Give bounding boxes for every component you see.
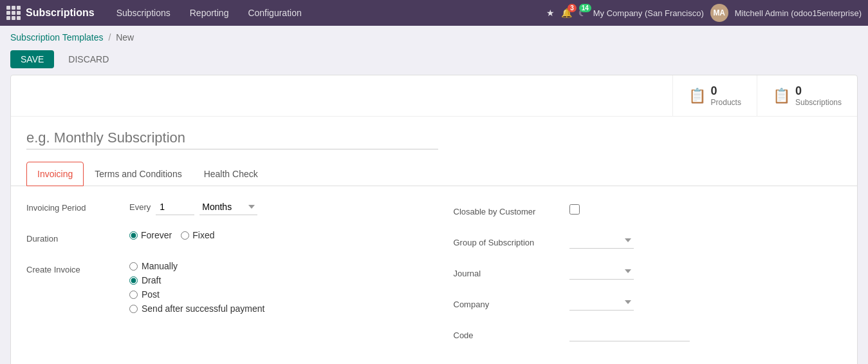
- duration-row: Duration Forever Fixed: [26, 230, 415, 251]
- stat-products[interactable]: 📋 0 Products: [672, 75, 757, 116]
- invoicing-period-row: Invoicing Period Every Months Days Weeks…: [26, 199, 415, 220]
- stats-row: 📋 0 Products 📋 0 Subscriptions: [11, 75, 857, 117]
- breadcrumb-separator: /: [108, 32, 111, 43]
- save-button[interactable]: SAVE: [10, 50, 54, 68]
- code-controls: [569, 325, 842, 341]
- app-name: Subscriptions: [26, 7, 95, 19]
- menu-reporting[interactable]: Reporting: [181, 5, 238, 21]
- products-count: 0: [711, 84, 741, 98]
- create-invoice-row: Create Invoice Manually Draft: [26, 261, 415, 314]
- duration-label: Duration: [26, 230, 129, 244]
- toolbar: SAVE DISCARD: [0, 46, 868, 75]
- breadcrumb-current: New: [116, 32, 134, 43]
- send-after-payment-radio[interactable]: [129, 305, 138, 313]
- app-logo[interactable]: Subscriptions: [6, 6, 95, 20]
- fixed-radio[interactable]: [181, 231, 189, 240]
- discard-button[interactable]: DISCARD: [59, 50, 118, 68]
- journal-label: Journal: [454, 265, 569, 278]
- manually-label: Manually: [142, 261, 178, 271]
- draft-radio[interactable]: [129, 276, 138, 285]
- fixed-label: Fixed: [192, 230, 214, 240]
- tabs-row: Invoicing Terms and Conditions Health Ch…: [11, 161, 857, 186]
- duration-controls: Forever Fixed: [129, 230, 415, 240]
- company-name: My Company (San Francisco): [593, 8, 704, 18]
- journal-select[interactable]: [569, 263, 634, 280]
- create-invoice-controls: Manually Draft Post Send after succ: [129, 261, 415, 314]
- draft-label: Draft: [142, 275, 161, 285]
- user-name: Mitchell Admin (odoo15enterprise): [735, 8, 862, 18]
- updates-button[interactable]: ☾ 14: [578, 8, 587, 18]
- user-avatar[interactable]: MA: [710, 4, 728, 22]
- products-label: Products: [711, 98, 741, 107]
- post-label: Post: [142, 289, 160, 300]
- tab-invoicing[interactable]: Invoicing: [26, 162, 84, 186]
- form-right-col: Closable by Customer Group of Subscripti…: [454, 199, 842, 354]
- menu-configuration[interactable]: Configuration: [239, 5, 310, 21]
- stat-subscriptions[interactable]: 📋 0 Subscriptions: [757, 75, 857, 116]
- company-select[interactable]: [569, 294, 634, 311]
- products-icon: 📋: [688, 88, 706, 104]
- group-label: Group of Subscription: [454, 234, 569, 247]
- subscriptions-count: 0: [795, 84, 842, 98]
- manually-radio-row: Manually: [129, 261, 264, 271]
- post-radio[interactable]: [129, 291, 138, 299]
- breadcrumb: Subscription Templates / New: [0, 26, 868, 46]
- post-radio-row: Post: [129, 289, 264, 300]
- subscriptions-icon: 📋: [773, 88, 790, 104]
- star-icon: ★: [546, 8, 555, 18]
- form-body: Invoicing Period Every Months Days Weeks…: [11, 186, 857, 364]
- invoicing-period-label: Invoicing Period: [26, 199, 129, 213]
- forever-radio-item: Forever: [129, 230, 172, 240]
- top-navigation: Subscriptions Subscriptions Reporting Co…: [0, 0, 868, 26]
- group-select[interactable]: [569, 233, 634, 249]
- group-row: Group of Subscription: [454, 230, 842, 251]
- main-card: 📋 0 Products 📋 0 Subscriptions Invoicing…: [10, 75, 858, 364]
- forever-radio[interactable]: [129, 231, 138, 240]
- grid-icon: [6, 6, 21, 20]
- menu-subscriptions[interactable]: Subscriptions: [107, 5, 180, 21]
- company-row: Company: [454, 292, 842, 312]
- send-after-payment-label: Send after successful payment: [142, 303, 264, 314]
- journal-row: Journal: [454, 261, 842, 282]
- closable-controls: [569, 204, 842, 215]
- company-controls: [569, 294, 842, 311]
- closable-checkbox[interactable]: [569, 204, 580, 215]
- company-label: Company: [454, 296, 569, 309]
- main-menu: Subscriptions Reporting Configuration: [107, 5, 546, 21]
- code-input[interactable]: [569, 325, 690, 341]
- notifications-button[interactable]: 🔔 3: [561, 8, 572, 18]
- tab-terms[interactable]: Terms and Conditions: [84, 162, 192, 186]
- template-name-input[interactable]: [26, 127, 438, 149]
- form-left-col: Invoicing Period Every Months Days Weeks…: [26, 199, 415, 354]
- create-invoice-label: Create Invoice: [26, 261, 129, 274]
- create-invoice-radio-group: Manually Draft Post Send after succ: [129, 261, 264, 314]
- topnav-right: ★ 🔔 3 ☾ 14 My Company (San Francisco) MA…: [546, 4, 862, 22]
- subscriptions-label: Subscriptions: [795, 98, 842, 107]
- updates-badge: 14: [579, 4, 591, 12]
- fixed-radio-item: Fixed: [181, 230, 214, 240]
- notifications-badge: 3: [568, 4, 577, 12]
- star-button[interactable]: ★: [546, 8, 555, 18]
- tab-health-check[interactable]: Health Check: [193, 162, 269, 186]
- journal-controls: [569, 263, 842, 280]
- breadcrumb-parent[interactable]: Subscription Templates: [10, 32, 103, 43]
- every-value-input[interactable]: [156, 199, 194, 215]
- forever-label: Forever: [141, 230, 172, 240]
- invoicing-period-controls: Every Months Days Weeks Years: [129, 199, 415, 215]
- code-label: Code: [454, 327, 569, 340]
- title-section: [11, 117, 857, 155]
- code-row: Code: [454, 323, 842, 343]
- group-controls: [569, 233, 842, 249]
- closable-row: Closable by Customer: [454, 199, 842, 220]
- every-label: Every: [129, 202, 151, 212]
- draft-radio-row: Draft: [129, 275, 264, 285]
- period-select[interactable]: Months Days Weeks Years: [199, 199, 257, 215]
- send-after-payment-radio-row: Send after successful payment: [129, 303, 264, 314]
- manually-radio[interactable]: [129, 262, 138, 271]
- duration-radio-group: Forever Fixed: [129, 230, 214, 240]
- closable-label: Closable by Customer: [454, 203, 569, 216]
